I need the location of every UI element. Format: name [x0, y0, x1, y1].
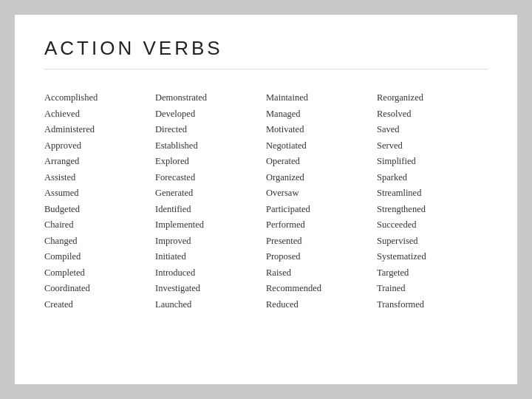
action-verb: Assisted — [44, 170, 155, 186]
action-verb: Coordinated — [44, 281, 155, 297]
action-verb: Presented — [266, 233, 377, 250]
action-verb: Transformed — [377, 297, 488, 313]
action-verb: Initiated — [155, 249, 266, 265]
word-column-col4: ReorganizedResolvedSavedServedSimplified… — [377, 90, 488, 362]
action-verb: Oversaw — [266, 185, 377, 202]
action-verb: Managed — [266, 106, 377, 123]
action-verb: Compiled — [44, 249, 155, 265]
action-verb: Supervised — [377, 233, 488, 250]
action-verb: Demonstrated — [155, 90, 266, 106]
action-verb: Improved — [155, 233, 266, 250]
action-verb: Streamlined — [377, 185, 488, 202]
action-verb: Generated — [155, 185, 266, 202]
action-verb: Launched — [155, 297, 266, 313]
card: ACTION VERBS AccomplishedAchievedAdminis… — [15, 15, 517, 384]
action-verb: Developed — [155, 106, 266, 123]
action-verb: Resolved — [377, 106, 488, 123]
word-column-col2: DemonstratedDevelopedDirectedEstablished… — [155, 90, 266, 362]
action-verb: Changed — [44, 233, 155, 250]
action-verb: Systematized — [377, 249, 488, 265]
action-verb: Chaired — [44, 217, 155, 233]
action-verb: Assumed — [44, 185, 155, 202]
action-verb: Negotiated — [266, 138, 377, 154]
action-verb: Accomplished — [44, 90, 155, 106]
action-verb: Sparked — [377, 170, 488, 186]
action-verb: Investigated — [155, 281, 266, 297]
action-verb: Budgeted — [44, 202, 155, 218]
action-verb: Organized — [266, 170, 377, 186]
action-verb: Forecasted — [155, 170, 266, 186]
action-verb: Implemented — [155, 217, 266, 233]
action-verb: Operated — [266, 154, 377, 170]
action-verb: Served — [377, 138, 488, 154]
action-verb: Performed — [266, 217, 377, 233]
action-verb: Strengthened — [377, 202, 488, 218]
columns-container: AccomplishedAchievedAdministeredApproved… — [44, 90, 488, 362]
action-verb: Trained — [377, 281, 488, 297]
page-title: ACTION VERBS — [44, 37, 488, 69]
action-verb: Created — [44, 297, 155, 313]
action-verb: Maintained — [266, 90, 377, 106]
action-verb: Arranged — [44, 154, 155, 170]
word-column-col3: MaintainedManagedMotivatedNegotiatedOper… — [266, 90, 377, 362]
action-verb: Administered — [44, 122, 155, 138]
action-verb: Succeeded — [377, 217, 488, 233]
action-verb: Targeted — [377, 265, 488, 282]
action-verb: Saved — [377, 122, 488, 138]
action-verb: Reorganized — [377, 90, 488, 106]
action-verb: Proposed — [266, 249, 377, 265]
action-verb: Simplified — [377, 154, 488, 170]
action-verb: Explored — [155, 154, 266, 170]
action-verb: Achieved — [44, 106, 155, 123]
action-verb: Participated — [266, 202, 377, 218]
action-verb: Motivated — [266, 122, 377, 138]
action-verb: Reduced — [266, 297, 377, 313]
action-verb: Introduced — [155, 265, 266, 282]
action-verb: Identified — [155, 202, 266, 218]
action-verb: Recommended — [266, 281, 377, 297]
action-verb: Raised — [266, 265, 377, 282]
word-column-col1: AccomplishedAchievedAdministeredApproved… — [44, 90, 155, 362]
action-verb: Directed — [155, 122, 266, 138]
action-verb: Established — [155, 138, 266, 154]
action-verb: Completed — [44, 265, 155, 282]
action-verb: Approved — [44, 138, 155, 154]
